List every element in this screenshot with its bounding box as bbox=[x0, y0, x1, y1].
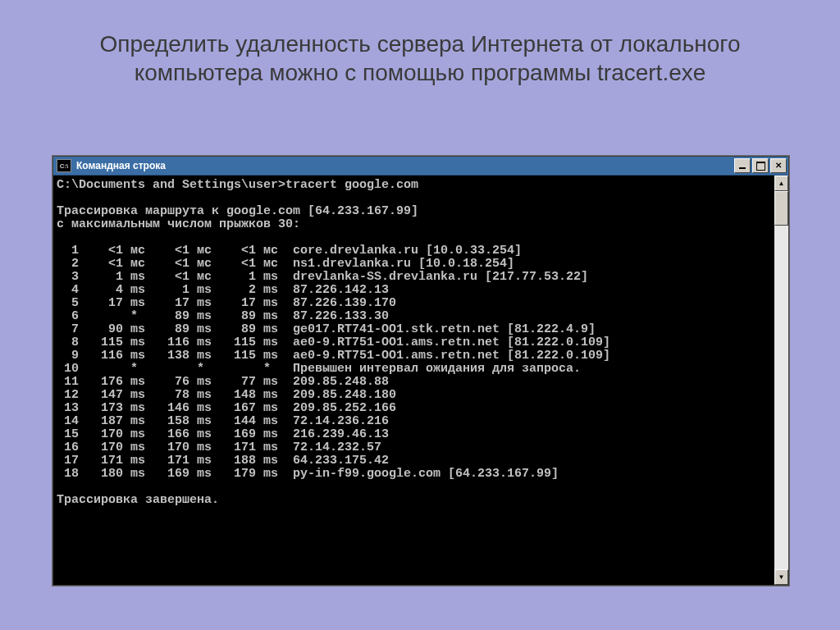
system-menu-icon[interactable]: C:\ bbox=[57, 159, 71, 172]
command-prompt-window: C:\ Командная строка C:\Documents and Se… bbox=[52, 156, 789, 586]
scroll-up-button[interactable]: ▲ bbox=[774, 176, 788, 191]
window-title: Командная строка bbox=[76, 160, 733, 171]
close-button[interactable] bbox=[770, 158, 787, 173]
scroll-track[interactable] bbox=[774, 191, 788, 569]
scroll-thumb[interactable] bbox=[774, 191, 788, 226]
slide: Определить удаленность сервера Интернета… bbox=[0, 0, 840, 630]
scroll-down-button[interactable]: ▼ bbox=[774, 569, 788, 585]
window-titlebar[interactable]: C:\ Командная строка bbox=[53, 157, 788, 176]
vertical-scrollbar[interactable]: ▲ ▼ bbox=[774, 176, 788, 585]
slide-heading: Определить удаленность сервера Интернета… bbox=[0, 0, 840, 100]
minimize-button[interactable] bbox=[734, 158, 751, 173]
console-output: C:\Documents and Settings\user>tracert g… bbox=[53, 176, 774, 585]
maximize-button[interactable] bbox=[752, 158, 769, 173]
